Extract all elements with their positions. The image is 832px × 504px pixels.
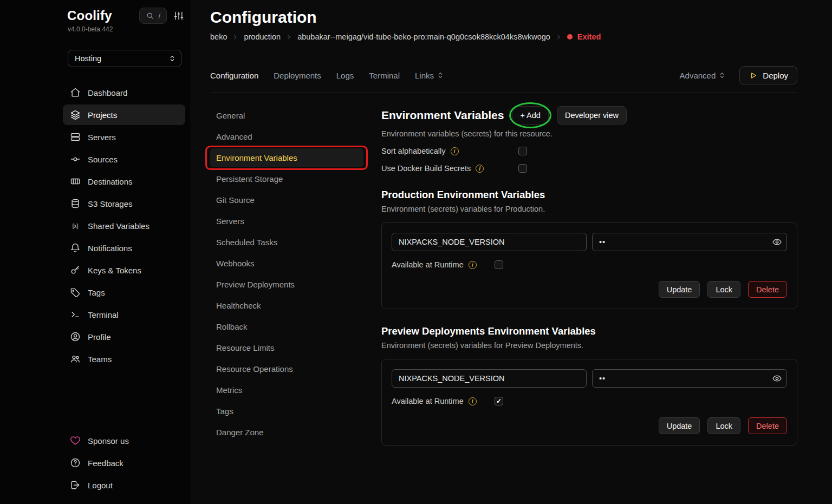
layers-icon [70,109,81,120]
subnav-rollback[interactable]: Rollback [210,317,363,336]
variable-value-input[interactable] [592,369,787,388]
sidebar-item-label: Feedback [88,459,123,468]
variable-name-input[interactable] [392,233,587,251]
delete-button[interactable]: Delete [748,281,787,298]
preview-variable-card: Available at Runtime i Update Lock Delet… [381,359,797,446]
tab-terminal[interactable]: Terminal [369,71,400,80]
reveal-value-button[interactable] [772,374,782,384]
config-subnav: General Advanced Environment Variables P… [210,106,363,446]
subnav-git-source[interactable]: Git Source [210,191,363,210]
tab-links[interactable]: Links [415,71,445,80]
env-variables-panel: Environment Variables + Add Developer vi… [381,106,797,446]
subnav-persistent-storage[interactable]: Persistent Storage [210,169,363,188]
sidebar-item-dashboard[interactable]: Dashboard [63,82,185,103]
home-icon [70,87,81,98]
subnav-healthcheck[interactable]: Healthcheck [210,296,363,315]
variable-value-input[interactable] [592,233,787,251]
breadcrumb-project[interactable]: beko [210,32,227,41]
sidebar-item-label: Shared Variables [88,221,150,231]
status-badge: Exited [577,32,601,41]
update-button[interactable]: Update [659,281,700,298]
breadcrumb-resource[interactable]: abubakar--meigag/vid-tube-beko-pro:main-… [297,32,550,41]
add-variable-button[interactable]: + Add [512,106,549,125]
subnav-metrics[interactable]: Metrics [210,381,363,400]
sidebar-item-label: Logout [88,481,113,490]
sidebar-item-profile[interactable]: Profile [63,326,185,347]
sidebar-item-tags[interactable]: Tags [63,282,185,303]
sidebar-item-sources[interactable]: Sources [63,149,185,169]
lock-button[interactable]: Lock [707,417,740,434]
developer-view-button[interactable]: Developer view [557,106,627,125]
global-settings-button[interactable] [172,9,185,22]
container-icon [70,176,81,187]
lock-button[interactable]: Lock [707,281,740,298]
subnav-environment-variables[interactable]: Environment Variables [210,148,363,167]
sidebar-item-shared-variables[interactable]: {x} Shared Variables [63,215,185,236]
advanced-label: Advanced [680,71,716,80]
app-root: Coolify / v4.0.0-beta.442 Hosting [0,0,832,504]
subnav-servers[interactable]: Servers [210,212,363,231]
runtime-checkbox[interactable] [495,260,503,269]
tab-logs[interactable]: Logs [336,71,354,80]
chevron-updown-icon [436,71,445,80]
sidebar-item-destinations[interactable]: Destinations [63,171,185,192]
delete-button[interactable]: Delete [748,417,787,434]
subnav-advanced[interactable]: Advanced [210,127,363,146]
sidebar-item-logout[interactable]: Logout [63,475,185,495]
runtime-label: Available at Runtime [392,397,464,405]
docker-build-secrets-checkbox[interactable] [518,164,527,173]
subnav-scheduled-tasks[interactable]: Scheduled Tasks [210,233,363,252]
production-variable-card: Available at Runtime i Update Lock Delet… [381,222,797,309]
sort-alphabetically-label: Sort alphabetically [381,147,446,155]
sort-alphabetically-checkbox[interactable] [518,147,527,155]
advanced-dropdown[interactable]: Advanced [680,71,727,80]
variable-icon: {x} [70,220,81,231]
info-icon: i [451,147,459,155]
sidebar-item-label: Sources [88,155,118,164]
page-title: Configuration [210,8,797,27]
variable-name-input[interactable] [392,369,587,388]
sidebar-footer: Sponsor us Feedback Logout [63,430,185,495]
subnav-resource-limits[interactable]: Resource Limits [210,338,363,357]
runtime-row: Available at Runtime i [392,260,787,269]
runtime-checkbox[interactable] [495,397,503,405]
deploy-button[interactable]: Deploy [739,66,797,84]
sidebar-item-keys-tokens[interactable]: Keys & Tokens [63,260,185,280]
sidebar-item-label: Notifications [88,244,132,253]
runtime-label: Available at Runtime [392,260,464,269]
terminal-icon [70,309,81,320]
subnav-environment-variables-label: Environment Variables [216,153,297,162]
subnav-preview-deployments[interactable]: Preview Deployments [210,275,363,294]
sidebar-item-notifications[interactable]: Notifications [63,238,185,258]
tab-deployments[interactable]: Deployments [274,71,321,80]
reveal-value-button[interactable] [772,237,782,247]
search-button[interactable]: / [139,8,167,24]
tab-configuration[interactable]: Configuration [210,71,258,80]
sidebar-item-label: Tags [88,288,105,297]
sidebar-item-terminal[interactable]: Terminal [63,304,185,325]
subnav-general[interactable]: General [210,106,363,125]
sidebar-item-s3-storages[interactable]: S3 Storages [63,193,185,214]
subnav-tags[interactable]: Tags [210,402,363,421]
sidebar-item-sponsor[interactable]: Sponsor us [63,430,185,451]
sidebar-item-servers[interactable]: Servers [63,127,185,147]
production-env-subtitle: Environment (secrets) variables for Prod… [381,205,797,213]
sidebar-header: Coolify / [63,8,185,24]
subnav-resource-operations[interactable]: Resource Operations [210,359,363,378]
subnav-danger-zone[interactable]: Danger Zone [210,423,363,442]
logout-icon [70,480,81,490]
sidebar-item-projects[interactable]: Projects [63,104,185,125]
breadcrumb-environment[interactable]: production [244,32,281,41]
update-button[interactable]: Update [659,417,700,434]
tag-icon [70,287,81,298]
sidebar-item-label: Dashboard [88,88,127,97]
heart-icon [70,435,81,446]
main-content: Configuration beko production abubakar--… [191,0,832,504]
workspace-select[interactable]: Hosting [68,50,181,67]
eye-icon [772,237,782,247]
key-icon [70,265,81,276]
chevron-right-icon [555,34,562,41]
subnav-webhooks[interactable]: Webhooks [210,254,363,273]
sidebar-item-teams[interactable]: Teams [63,349,185,369]
sidebar-item-feedback[interactable]: Feedback [63,453,185,473]
